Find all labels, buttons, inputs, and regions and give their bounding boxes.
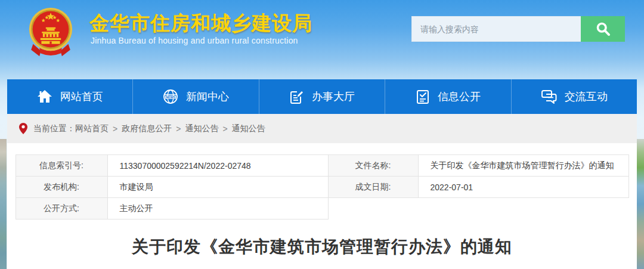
national-emblem-icon	[26, 7, 75, 58]
search-input[interactable]	[411, 16, 581, 42]
nav-item-news[interactable]: NEWS 新闻中心	[132, 79, 258, 114]
news-icon: NEWS	[163, 89, 178, 104]
background-photo-right	[637, 139, 644, 269]
meta-value-index-number: 11330700002592214N/2022-02748	[107, 155, 328, 177]
breadcrumb-item-notices-current[interactable]: 通知公告	[232, 123, 265, 134]
meta-value-disclosure-method: 主动公开	[107, 198, 328, 219]
interaction-icon	[541, 89, 557, 104]
meta-label-file-name: 文件名称:	[328, 155, 418, 177]
nav-item-label: 新闻中心	[186, 89, 229, 104]
home-icon	[37, 89, 52, 104]
search-button[interactable]	[581, 16, 625, 42]
breadcrumb-separator: >	[176, 124, 181, 134]
meta-label-issuing-agency: 发布机构:	[16, 177, 107, 198]
table-row: 公开方式: 主动公开	[16, 198, 628, 219]
svg-text:NEWS: NEWS	[166, 95, 175, 99]
content-panel: 信息索引号: 11330700002592214N/2022-02748 文件名…	[7, 143, 637, 269]
info-disclosure-icon	[416, 89, 430, 104]
search-box	[411, 16, 625, 42]
meta-value-file-name: 关于印发《金华市建筑市场管理暂行办法》的通知	[418, 155, 628, 177]
nav-item-label: 办事大厅	[312, 89, 355, 104]
nav-item-label: 网站首页	[60, 89, 103, 104]
meta-value-issue-date: 2022-07-01	[418, 177, 628, 198]
nav-item-service-hall[interactable]: 办事大厅	[259, 79, 385, 114]
breadcrumb-item-home[interactable]: 网站首页	[75, 123, 109, 134]
table-row: 信息索引号: 11330700002592214N/2022-02748 文件名…	[16, 155, 628, 177]
article-title: 关于印发《金华市建筑市场管理暂行办法》的通知	[7, 236, 637, 258]
meta-label-disclosure-method: 公开方式:	[16, 198, 107, 219]
search-icon	[595, 21, 611, 37]
empty-cell	[418, 198, 628, 219]
meta-label-issue-date: 成文日期:	[328, 177, 418, 198]
breadcrumb: 当前位置： 网站首页 > 政府信息公开 > 通知公告 > 通知公告	[7, 114, 637, 143]
site-title: 金华市住房和城乡建设局	[89, 10, 312, 37]
background-photo-left	[0, 139, 7, 269]
service-hall-icon	[289, 89, 304, 104]
nav-item-home[interactable]: 网站首页	[7, 79, 132, 114]
breadcrumb-item-notices[interactable]: 通知公告	[185, 123, 218, 134]
site-subtitle: Jinhua Bureau of housing and urban rural…	[91, 36, 298, 45]
nav-item-info-disclosure[interactable]: 信息公开	[385, 79, 510, 114]
meta-value-issuing-agency: 市建设局	[107, 177, 328, 198]
nav-item-label: 交流互动	[565, 89, 608, 104]
nav-item-label: 信息公开	[438, 89, 481, 104]
breadcrumb-prefix: 当前位置：	[33, 123, 75, 134]
main-nav: 网站首页 NEWS 新闻中心 办事大厅 信息公开	[7, 79, 637, 114]
meta-label-index-number: 信息索引号:	[16, 155, 107, 177]
breadcrumb-item-gov-info[interactable]: 政府信息公开	[122, 123, 172, 134]
nav-item-interaction[interactable]: 交流互动	[511, 79, 637, 114]
document-meta-table: 信息索引号: 11330700002592214N/2022-02748 文件名…	[16, 154, 629, 219]
table-row: 发布机构: 市建设局 成文日期: 2022-07-01	[16, 177, 628, 198]
location-pin-icon	[19, 123, 27, 134]
breadcrumb-separator: >	[113, 124, 117, 134]
site-header: 金华市住房和城乡建设局 Jinhua Bureau of housing and…	[0, 0, 644, 79]
breadcrumb-separator: >	[222, 124, 227, 134]
empty-cell	[328, 198, 418, 219]
